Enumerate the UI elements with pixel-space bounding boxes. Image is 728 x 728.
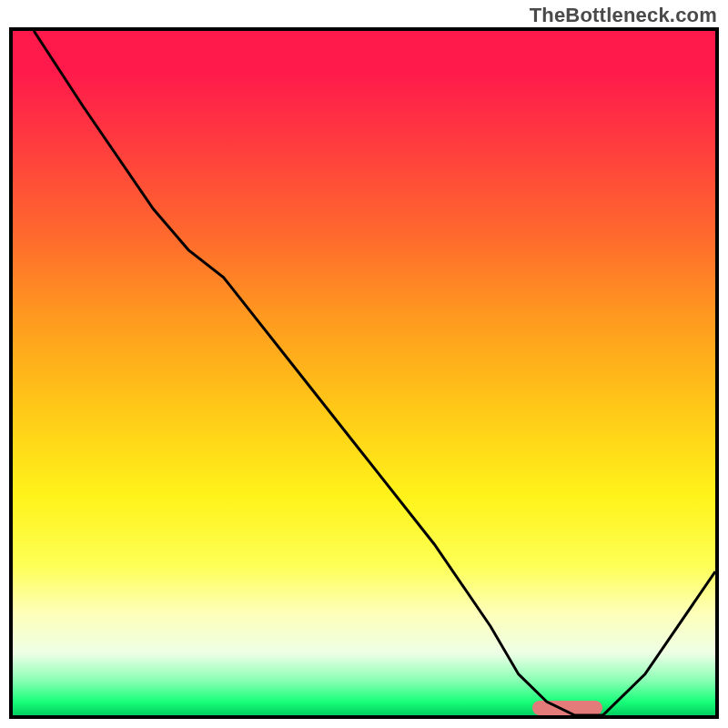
curve-path (34, 31, 715, 715)
plot-area (9, 27, 719, 719)
bottleneck-curve (13, 31, 715, 715)
chart-frame (9, 27, 719, 719)
watermark-text: TheBottleneck.com (530, 4, 717, 27)
